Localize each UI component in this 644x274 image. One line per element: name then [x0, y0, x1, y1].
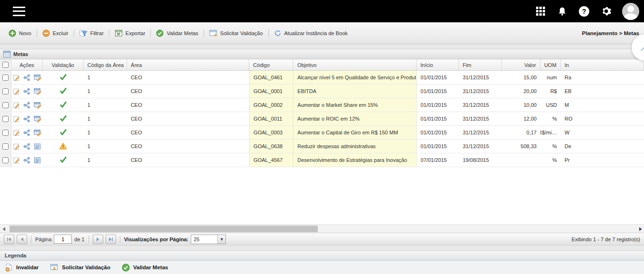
edit-pencil-icon[interactable]: [13, 129, 20, 136]
col-inicio[interactable]: Início: [417, 59, 459, 70]
col-valor[interactable]: Valor: [502, 59, 540, 70]
row-checkbox[interactable]: [2, 157, 9, 163]
cell-codigo-area: 1: [84, 153, 127, 167]
share-tree-icon[interactable]: [23, 74, 30, 81]
col-area[interactable]: Área: [127, 59, 249, 70]
validation-check-icon: [59, 129, 67, 136]
cell-area: CEO: [127, 126, 249, 139]
toolbar-separator: [204, 29, 204, 37]
table-row[interactable]: 1 CEO GOAL_0002 Aumentar o Market Share …: [0, 98, 644, 112]
legend-title: Legenda: [5, 253, 26, 258]
validation-check-icon: [59, 115, 67, 123]
col-codigo[interactable]: Código: [249, 59, 293, 70]
per-page-value: 25: [191, 236, 217, 242]
cell-fim: 31/12/2015: [459, 126, 502, 139]
share-tree-icon[interactable]: [23, 129, 30, 136]
excluir-button[interactable]: Excluir: [39, 28, 72, 39]
row-checkbox[interactable]: [2, 102, 9, 108]
edit-pencil-icon[interactable]: [13, 74, 20, 81]
exportar-button[interactable]: Exportar: [111, 28, 149, 39]
edit-pencil-icon[interactable]: [13, 102, 20, 109]
hamburger-menu-icon[interactable]: [13, 7, 25, 16]
atualizar-instancia-button[interactable]: Atualizar Instância de Book: [270, 28, 351, 39]
share-tree-icon[interactable]: [23, 115, 30, 123]
top-app-bar: ?: [0, 0, 644, 22]
table-row[interactable]: 1 CEO GOAL_0003 Aumentar o Capital de Gi…: [0, 126, 644, 140]
legend-header: Legenda: [0, 250, 644, 261]
per-page-select[interactable]: 25 ▼: [191, 235, 226, 244]
edit-values-table-icon[interactable]: [34, 74, 41, 81]
row-checkbox[interactable]: [2, 75, 9, 81]
user-avatar[interactable]: [622, 3, 639, 20]
cell-objetivo: Aumentar o ROIC em 12%: [293, 112, 417, 125]
filtrar-label: Filtrar: [90, 30, 104, 36]
table-header-row: Ações Validação Código da Área Área Códi…: [0, 59, 644, 71]
notifications-bell-icon[interactable]: [556, 6, 568, 17]
filter-funnel-icon: [79, 29, 88, 37]
scrollbar-thumb[interactable]: [10, 226, 318, 232]
cell-codigo: GOAL_0461: [249, 71, 293, 84]
apps-grid-icon[interactable]: [535, 6, 546, 17]
cell-fim: 31/12/2015: [459, 98, 502, 112]
col-uom[interactable]: UOM: [540, 59, 561, 70]
validar-metas-button[interactable]: Validar Metas: [152, 28, 202, 39]
edit-pencil-icon[interactable]: [13, 157, 20, 164]
edit-pencil-icon[interactable]: [13, 88, 20, 95]
filtrar-button[interactable]: Filtrar: [76, 28, 107, 39]
view-list-icon[interactable]: [34, 143, 41, 150]
novo-button[interactable]: Novo: [5, 28, 35, 39]
settings-gear-icon[interactable]: [600, 6, 612, 17]
legend-item-validar-metas: Validar Metas: [122, 264, 168, 272]
next-page-button[interactable]: [93, 235, 103, 244]
share-tree-icon[interactable]: [23, 88, 30, 95]
legend-validar-label: Validar Metas: [133, 265, 168, 270]
solicitar-validacao-button[interactable]: Solicitar Validação: [205, 28, 267, 39]
row-checkbox[interactable]: [2, 116, 9, 122]
edit-values-table-icon[interactable]: [34, 129, 41, 136]
table-row[interactable]: 1 CEO GOAL_0011 Aumentar o ROIC em 12% 0…: [0, 112, 644, 126]
share-tree-icon[interactable]: [23, 157, 30, 164]
toolbar-separator: [74, 29, 74, 37]
view-list-icon[interactable]: [34, 157, 41, 164]
col-indicador[interactable]: In: [561, 59, 644, 70]
prev-page-button[interactable]: [17, 235, 27, 244]
table-row[interactable]: 1 CEO GOAL_0001 EBITDA 01/01/2015 31/12/…: [0, 85, 644, 98]
table-row[interactable]: 1 CEO GOAL_0461 Alcançar nível 5 em Qual…: [0, 71, 644, 85]
cell-area: CEO: [127, 98, 249, 112]
row-checkbox[interactable]: [2, 130, 9, 136]
minus-circle-orange-icon: [42, 29, 50, 37]
share-tree-icon[interactable]: [23, 143, 30, 150]
page-number-input[interactable]: [54, 235, 72, 244]
cell-uom: R$/mi…: [540, 126, 561, 139]
table-row[interactable]: 1 CEO GOAL_0638 Reduzir despesas adminis…: [0, 140, 644, 153]
col-validacao[interactable]: Validação: [43, 59, 84, 70]
edit-pencil-icon[interactable]: [13, 115, 20, 123]
horizontal-scrollbar[interactable]: [0, 224, 644, 233]
col-codigo-area[interactable]: Código da Área: [84, 59, 127, 70]
edit-values-table-icon[interactable]: [34, 88, 41, 95]
chevron-down-icon[interactable]: ▼: [217, 235, 225, 244]
cell-indicador: Ra: [561, 71, 644, 84]
first-page-button[interactable]: [4, 235, 14, 244]
col-objetivo[interactable]: Objetivo: [293, 59, 417, 70]
edit-pencil-icon[interactable]: [13, 143, 20, 150]
col-fim[interactable]: Fim: [459, 59, 502, 70]
cell-codigo-area: 1: [84, 140, 127, 153]
scroll-left-arrow[interactable]: [0, 225, 8, 233]
edit-values-table-icon[interactable]: [34, 115, 41, 123]
window-warning-icon: [50, 264, 59, 271]
row-checkbox[interactable]: [2, 88, 9, 94]
scroll-right-arrow[interactable]: [636, 225, 644, 233]
help-icon[interactable]: ?: [578, 6, 590, 17]
table-row[interactable]: 1 CEO GOAL_4567 Desenvolvimento de Estra…: [0, 153, 644, 167]
row-checkbox[interactable]: [2, 143, 9, 150]
validation-warning-icon: [59, 142, 67, 151]
last-page-button[interactable]: [106, 235, 116, 244]
select-all-checkbox[interactable]: [2, 62, 9, 68]
col-acoes[interactable]: Ações: [11, 59, 42, 70]
edit-values-table-icon[interactable]: [34, 102, 41, 109]
share-tree-icon[interactable]: [23, 102, 30, 109]
pager-separator: [88, 236, 89, 243]
cell-inicio: 01/01/2015: [417, 98, 459, 112]
cell-indicador: M: [561, 98, 644, 112]
